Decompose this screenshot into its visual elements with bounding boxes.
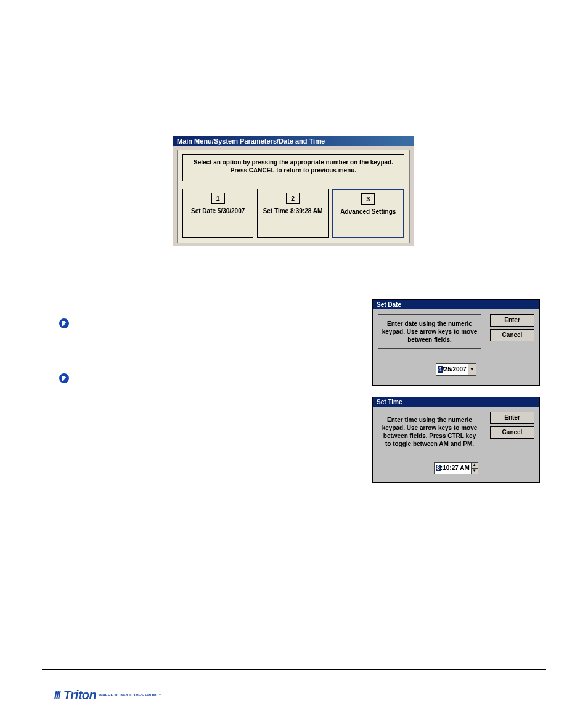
set-date-dialog: Set Date Enter date using the numeric ke… [372, 299, 540, 386]
option-key-2: 2 [286, 193, 300, 204]
set-time-titlebar: Set Time [373, 397, 539, 407]
top-rule [42, 41, 546, 41]
time-input-rest: :10:27 AM [441, 465, 470, 471]
option-key-1: 1 [211, 193, 225, 204]
date-input-selected: 4 [438, 366, 443, 373]
cancel-button[interactable]: Cancel [490, 329, 534, 341]
datetime-menu-screenshot: Main Menu/System Parameters/Date and Tim… [173, 136, 414, 246]
cancel-button[interactable]: Cancel [490, 426, 534, 439]
option-set-time[interactable]: 2 Set Time 8:39:28 AM [257, 189, 328, 238]
option-label-3: Advanced Settings [335, 208, 402, 216]
bullet-arrow-icon [59, 318, 70, 329]
set-time-message: Enter time using the numeric keypad. Use… [378, 412, 481, 452]
date-dropdown-icon[interactable]: ▼ [468, 363, 476, 376]
option-label-2: Set Time 8:39:28 AM [259, 208, 326, 215]
time-spinner[interactable]: ▲▼ [471, 462, 478, 474]
enter-button[interactable]: Enter [490, 412, 534, 424]
time-input[interactable]: 8:10:27 AM [434, 462, 471, 474]
logo-slashes-icon: /// [54, 689, 60, 702]
instruction-line-1: Select an option by pressing the appropr… [183, 158, 404, 166]
window-titlebar: Main Menu/System Parameters/Date and Tim… [173, 136, 414, 146]
enter-button[interactable]: Enter [490, 314, 534, 327]
bottom-rule [42, 669, 546, 670]
set-date-message: Enter date using the numeric keypad. Use… [378, 314, 481, 349]
option-set-date[interactable]: 1 Set Date 5/30/2007 [182, 189, 253, 238]
spinner-up-icon[interactable]: ▲ [471, 462, 478, 468]
instruction-panel: Select an option by pressing the appropr… [182, 154, 404, 181]
bullet-arrow-icon [59, 373, 70, 384]
option-advanced-settings[interactable]: 3 Advanced Settings [332, 189, 404, 238]
set-date-titlebar: Set Date [373, 300, 539, 309]
logo-tagline: WHERE MONEY COMES FROM.™ [99, 693, 161, 697]
spinner-down-icon[interactable]: ▼ [471, 468, 478, 474]
date-input-rest: /25/2007 [443, 366, 467, 373]
time-input-selected: 8 [436, 465, 441, 471]
option-label-1: Set Date 5/30/2007 [184, 208, 251, 215]
set-time-dialog: Set Time Enter time using the numeric ke… [372, 397, 540, 483]
option-key-3: 3 [361, 193, 375, 205]
logo-brand: Triton [63, 688, 96, 702]
instruction-line-2: Press CANCEL to return to previous menu. [183, 166, 404, 174]
callout-line [404, 221, 446, 221]
triton-logo: /// Triton WHERE MONEY COMES FROM.™ [54, 687, 161, 703]
date-input[interactable]: 4/25/2007 [436, 363, 468, 376]
